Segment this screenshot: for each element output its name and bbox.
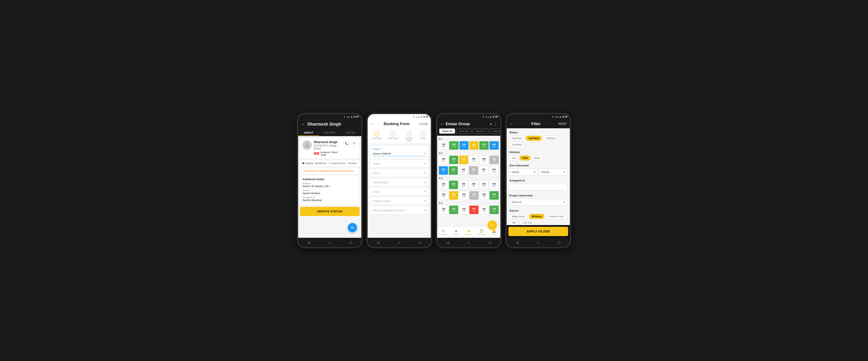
tower-tab-d1[interactable]: Tower D1 [490,129,500,134]
area-field[interactable]: Area * ▾ [370,188,428,196]
nav-home-3[interactable]: ○ [465,239,472,246]
apply-filter-button[interactable]: APPLY FILTER [508,227,568,236]
tower-tab-a1[interactable]: Tower A1 [439,129,455,134]
unit-box[interactable]: 3402 BK [479,180,489,189]
unit-box[interactable]: 3402 BK [439,180,448,189]
unit-box[interactable]: 3402 BK [449,191,458,200]
status-chip-0[interactable]: Call Back [509,136,525,141]
unit-box[interactable]: 3402 BK [469,156,478,164]
nav-back-1[interactable]: ◁ [305,239,312,246]
tower-tab-c1[interactable]: Tower C1 [473,129,488,134]
unit-box[interactable]: 3402 BK [479,191,489,200]
call-button[interactable]: 📞 [343,140,349,146]
nav-back-3[interactable]: ◁ [444,239,451,246]
unit-box[interactable]: 3402 BK [449,206,458,214]
nav-back-4[interactable]: ◁ [514,239,521,246]
status-booked[interactable]: Booked [346,162,356,165]
nav-home-4[interactable]: ○ [535,239,541,246]
status-customervisit[interactable]: CustomerVisit [328,162,345,165]
tower-tab-b1[interactable]: Tower B1 [456,129,471,134]
source-chip-csv[interactable]: CSV File [520,220,534,225]
rera-field[interactable]: Rera Registration Number * ▾ [370,207,428,214]
unit-box[interactable]: 3402 BK [469,166,478,175]
unit-box[interactable]: 3401 BK [469,141,478,150]
message-button[interactable]: ✉ [351,140,357,146]
source-chip-magic[interactable]: Magic Bricks [509,214,528,219]
status-chip-3[interactable]: Call Back [509,142,525,147]
unit-field[interactable]: Unit Number * ▾ [370,179,428,186]
project-select[interactable]: Ajnara Daffodil ▾ [373,151,426,156]
nav-home-2[interactable]: ○ [396,239,403,246]
hotness-chip-warm[interactable]: Warm [532,155,544,161]
unit-box[interactable]: 3402 BK [459,180,468,189]
unit-box[interactable]: 3402 BK [449,180,458,189]
unit-box[interactable]: 3402 BK [439,206,448,214]
bnav-bookings[interactable]: 📋 Bookings [475,228,488,237]
size-to-select[interactable]: 500sqf ▾ [539,169,567,175]
hotness-chip-hot[interactable]: Hot [509,155,518,161]
project-select-filter[interactable]: Show All ▾ [509,199,567,206]
status-callback[interactable]: CallBack [302,162,314,165]
assigned-input[interactable] [509,184,567,191]
title-chevron-icon[interactable]: ▾ [490,122,492,126]
source-chip-99acres[interactable]: 99 Acres [529,214,544,219]
floor-field[interactable]: Floor * ▾ [370,169,428,177]
tab-about[interactable]: ABOUT [298,129,319,136]
unit-box[interactable]: 3403 BK [490,141,499,150]
unit-box[interactable]: 3402 BK [469,191,478,200]
status-sitevisit[interactable]: SiteVisit [315,162,327,165]
unit-box[interactable]: 3402 BK [439,141,448,150]
unit-box[interactable]: 3402 BK [449,156,458,164]
unit-box[interactable]: 3402 BK [449,141,458,150]
tab-notes[interactable]: NOTES [340,129,361,136]
filter-fab[interactable]: ≡ [488,221,497,230]
tower-field[interactable]: Tower * ▾ [370,160,428,168]
nav-recent-3[interactable]: □ [486,239,493,246]
reset-button[interactable]: RESET [558,122,567,125]
unit-box[interactable]: 3402 BK [469,206,478,214]
back-button-4[interactable]: ← [510,122,514,126]
nav-recent-1[interactable]: □ [347,239,354,246]
unit-box[interactable]: 3402 BK [469,180,478,189]
update-status-button[interactable]: UPDATE STATUS [300,207,360,216]
unit-box[interactable]: 3402 BK [459,166,468,175]
tab-history[interactable]: HISTORY [319,129,340,136]
back-button-1[interactable]: ← [301,122,305,127]
unit-box[interactable]: 3402 BK [439,156,448,164]
unit-box[interactable]: 3402 BK [459,206,469,214]
bnav-inventory[interactable]: ◉ Inventory [462,228,475,237]
property-type-field[interactable]: Property Type * ▾ [370,197,428,205]
nav-recent-4[interactable]: □ [556,239,563,246]
unit-box[interactable]: 3402 BK [439,166,448,175]
hotness-chip-cold[interactable]: Cold [520,155,530,161]
unit-box[interactable]: 3402 BK [439,191,448,200]
source-chip-ivr[interactable]: IVR [509,220,519,225]
unit-box[interactable]: 3402 BK [489,166,499,175]
unit-box[interactable]: 3402 BK [490,191,499,200]
nav-recent-2[interactable]: □ [417,239,424,246]
edit-fab[interactable]: ✏ [348,223,357,232]
nav-back-2[interactable]: ◁ [375,239,382,246]
unit-box[interactable]: 3402 BK [490,156,499,164]
back-button-2[interactable]: ← [371,122,374,126]
bnav-leads[interactable]: ◆ Leads [450,228,463,237]
unit-box[interactable]: 3402 BK [459,141,469,150]
status-chip-1[interactable]: Call Back [526,136,542,141]
status-chip-2[interactable]: Call Back [543,136,558,141]
unit-box[interactable]: 3402 BK [479,166,489,175]
more-options-icon[interactable]: ⋮ [493,122,497,126]
clear-button[interactable]: CLEAR [419,122,428,126]
unit-box[interactable]: 3402 BK [459,191,469,200]
unit-box[interactable]: 3402 BK [479,206,489,214]
unit-box[interactable]: 3402 BK [459,156,468,164]
unit-box[interactable]: 3402 BK [489,180,499,189]
bnav-home[interactable]: ⊞ Home [437,228,450,237]
unit-box[interactable]: 3402 BK [479,156,489,164]
nav-home-1[interactable]: ○ [327,239,333,246]
unit-box[interactable]: 3402 BK [479,141,489,150]
back-button-3[interactable]: ← [440,122,444,126]
source-chip-commonfloor[interactable]: Common Floor [546,214,567,219]
size-from-select[interactable]: 500sqf ▾ [509,169,537,175]
unit-box[interactable]: 3402 BK [490,206,499,214]
unit-box[interactable]: 3402 BK [449,166,458,175]
